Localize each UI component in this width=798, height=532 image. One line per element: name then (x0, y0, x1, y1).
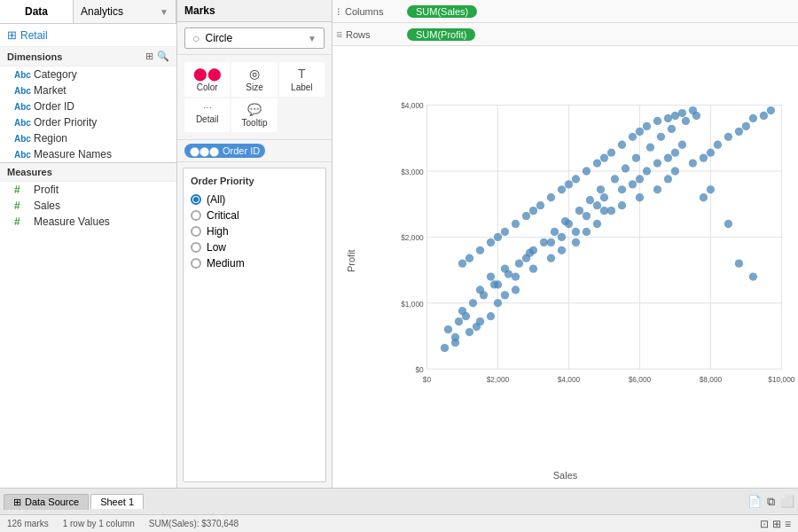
measure-item[interactable]: #Measure Values (0, 214, 176, 230)
data-point[interactable] (636, 193, 644, 201)
dimension-item[interactable]: AbcMeasure Names (0, 146, 176, 162)
data-point[interactable] (749, 114, 757, 122)
data-point[interactable] (593, 220, 601, 228)
data-point[interactable] (760, 112, 768, 120)
data-point[interactable] (664, 114, 672, 122)
tab-data[interactable]: Data (0, 0, 74, 23)
data-point[interactable] (501, 291, 509, 299)
data-point[interactable] (607, 207, 615, 215)
data-point[interactable] (480, 291, 488, 299)
data-point[interactable] (682, 117, 690, 125)
order-priority-option[interactable]: (All) (191, 192, 318, 207)
detail-button[interactable]: ⋯ Detail (184, 98, 230, 132)
data-point[interactable] (536, 201, 544, 209)
data-point[interactable] (629, 180, 637, 188)
order-priority-option[interactable]: High (191, 223, 318, 239)
data-point[interactable] (458, 260, 466, 268)
data-point[interactable] (451, 333, 459, 341)
data-source-tab[interactable]: ⊞ Data Source (4, 494, 89, 510)
data-point[interactable] (735, 128, 743, 136)
grid-view-icon[interactable]: ⊞ (772, 518, 781, 530)
data-point[interactable] (671, 149, 679, 157)
data-point[interactable] (575, 207, 583, 215)
size-button[interactable]: ◎ Size (231, 62, 277, 97)
data-point[interactable] (707, 149, 715, 157)
data-point[interactable] (668, 125, 676, 133)
data-point[interactable] (487, 312, 495, 320)
data-point[interactable] (622, 164, 630, 172)
mark-type-select[interactable]: ○ Circle ▼ (184, 27, 325, 49)
data-point[interactable] (512, 220, 520, 228)
measure-item[interactable]: #Sales (0, 198, 176, 214)
measure-item[interactable]: #Profit (0, 182, 176, 198)
data-point[interactable] (678, 141, 686, 149)
data-point[interactable] (572, 239, 580, 246)
columns-pill[interactable]: SUM(Sales) (407, 5, 477, 18)
data-point[interactable] (444, 325, 452, 333)
data-point[interactable] (643, 167, 651, 175)
dimension-item[interactable]: AbcCategory (0, 66, 176, 82)
data-point[interactable] (636, 128, 644, 136)
fit-icon[interactable]: ⊡ (760, 518, 769, 530)
rows-pill[interactable]: SUM(Profit) (407, 28, 475, 41)
data-point[interactable] (501, 228, 509, 236)
data-point[interactable] (653, 159, 661, 167)
data-point[interactable] (653, 117, 661, 125)
data-point[interactable] (611, 175, 619, 183)
data-point[interactable] (529, 207, 537, 215)
data-point[interactable] (505, 270, 512, 278)
data-point[interactable] (572, 228, 580, 236)
data-point[interactable] (593, 201, 601, 209)
data-point[interactable] (540, 239, 548, 246)
data-point[interactable] (487, 272, 495, 280)
data-point[interactable] (466, 328, 473, 336)
order-id-pill[interactable]: ⬤⬤⬤ Order ID (184, 144, 265, 158)
data-point[interactable] (643, 122, 651, 130)
data-point[interactable] (597, 185, 605, 193)
new-dashboard-icon[interactable]: ⬜ (780, 495, 794, 509)
dimension-item[interactable]: AbcOrder ID (0, 98, 176, 114)
data-point[interactable] (469, 299, 477, 307)
data-point[interactable] (653, 185, 661, 193)
grid-icon[interactable]: ⊞ (145, 51, 153, 62)
search-icon[interactable]: 🔍 (157, 51, 169, 62)
data-point[interactable] (515, 260, 523, 268)
data-point[interactable] (583, 212, 591, 220)
data-point[interactable] (593, 159, 601, 167)
data-point[interactable] (636, 175, 644, 183)
data-point[interactable] (618, 185, 626, 193)
data-point[interactable] (632, 153, 640, 161)
data-point[interactable] (490, 280, 498, 288)
data-point[interactable] (724, 220, 732, 228)
order-priority-option[interactable]: Medium (191, 255, 318, 271)
data-point[interactable] (664, 153, 672, 161)
data-point[interactable] (735, 260, 743, 268)
color-button[interactable]: ⬤⬤ Color (184, 62, 230, 97)
data-point[interactable] (607, 149, 615, 157)
data-point[interactable] (473, 323, 481, 331)
data-point[interactable] (455, 317, 463, 325)
tab-analytics[interactable]: Analytics ▼ (74, 0, 176, 23)
data-point[interactable] (565, 180, 573, 188)
order-priority-option[interactable]: Low (191, 239, 318, 255)
data-point[interactable] (678, 109, 686, 117)
new-sheet-icon[interactable]: 📄 (747, 495, 762, 509)
data-point[interactable] (692, 112, 700, 120)
data-point[interactable] (689, 159, 697, 167)
dimension-item[interactable]: AbcOrder Priority (0, 114, 176, 130)
sheet1-tab[interactable]: Sheet 1 (90, 494, 144, 509)
data-point[interactable] (512, 272, 520, 280)
data-point[interactable] (522, 212, 530, 220)
label-button[interactable]: T Label (279, 62, 325, 97)
data-point[interactable] (600, 207, 608, 215)
data-point[interactable] (487, 239, 495, 246)
data-point[interactable] (551, 228, 559, 236)
data-point[interactable] (600, 193, 608, 201)
data-point[interactable] (561, 217, 569, 225)
retail-source[interactable]: ⊞ Retail (0, 24, 176, 47)
order-priority-option[interactable]: Critical (191, 207, 318, 223)
data-point[interactable] (767, 106, 775, 114)
data-point[interactable] (441, 344, 449, 352)
data-point[interactable] (558, 246, 566, 254)
duplicate-sheet-icon[interactable]: ⧉ (767, 495, 775, 509)
